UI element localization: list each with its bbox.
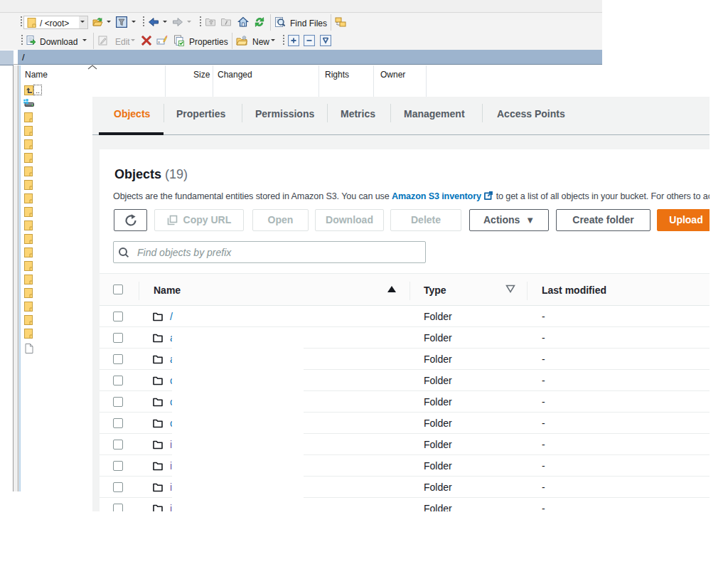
svg-text:x: x — [158, 40, 160, 44]
